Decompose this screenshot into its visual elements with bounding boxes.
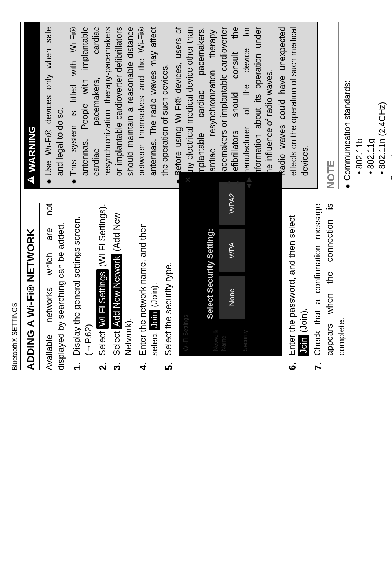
step-3: Select Add New Network (Add New Network)… bbox=[111, 204, 135, 371]
warning-body: Use Wi-Fi® devices only when safe and le… bbox=[40, 22, 317, 189]
section-title: ADDING A Wi-Fi® NETWORK bbox=[24, 204, 40, 371]
warning-title: WARNING bbox=[26, 126, 39, 173]
note-comm-3: 802.11n (2.4GHz) bbox=[377, 22, 388, 174]
steps-list-cont: Enter the password, and then select Join… bbox=[286, 204, 348, 371]
mock-wpa-button[interactable]: WPA bbox=[219, 229, 245, 272]
note-title: NOTE bbox=[324, 22, 339, 189]
top-rule bbox=[20, 22, 21, 370]
warning-bullet-3: Before using Wi-Fi® devices, users of an… bbox=[173, 27, 311, 184]
left-column: ADDING A Wi-Fi® NETWORK Available networ… bbox=[24, 204, 392, 371]
note-comm-2: 802.11g bbox=[365, 22, 377, 174]
note-security: Security: WPA™ WPA2™ bbox=[389, 22, 392, 189]
wifi-settings-pill: Wi-Fi Settings bbox=[96, 269, 108, 328]
step-4: Enter the network name, and then select … bbox=[137, 204, 161, 371]
step-5: Select the security type. bbox=[162, 204, 174, 371]
warning-bullet-3-tail: Radio waves could have unexpected effect… bbox=[276, 27, 311, 176]
security-dialog-screenshot: Wi-Fi Settings ✕ Network Name Security S… bbox=[179, 172, 282, 356]
mock-none-button[interactable]: None bbox=[219, 276, 245, 319]
mock-button-row: None WPA WPA2 bbox=[219, 182, 245, 319]
note-sec-label: Security: bbox=[389, 148, 392, 181]
mock-dialog-title: Select Security Setting: bbox=[205, 183, 216, 319]
note-comm-1: 802.11b bbox=[354, 22, 365, 174]
add-new-network-pill: Add New Network bbox=[111, 254, 122, 329]
step-7: Check that a confirmation message appear… bbox=[312, 204, 347, 371]
breadcrumb: Bluetooth® SETTINGS bbox=[11, 22, 19, 370]
step-6-post: (Join). bbox=[298, 308, 308, 335]
mock-header-faint: Wi-Fi Settings bbox=[182, 315, 190, 351]
note-comm-label: Communication standards: bbox=[342, 80, 352, 181]
warning-header: ! WARNING bbox=[24, 22, 40, 189]
join-pill-2: Join bbox=[298, 335, 309, 356]
steps-list: Display the general settings screen. (→P… bbox=[71, 204, 175, 371]
svg-text:!: ! bbox=[28, 179, 34, 181]
join-pill-1: Join bbox=[149, 310, 160, 330]
step-2-post: (Wi-Fi Settings). bbox=[97, 204, 107, 270]
warning-icon: ! bbox=[26, 175, 39, 185]
mock-network-name-label: Network Name bbox=[212, 330, 228, 351]
note-comm-standards: Communication standards: 802.11b 802.11g… bbox=[342, 22, 388, 189]
warning-bullet-3-main: Before using Wi-Fi® devices, users of an… bbox=[173, 27, 274, 176]
step-4-post: (Join). bbox=[149, 283, 159, 309]
step-2: Select Wi-Fi Settings (Wi-Fi Settings). bbox=[96, 204, 108, 371]
warning-bullet-1: Use Wi-Fi® devices only when safe and le… bbox=[43, 27, 66, 184]
step-6: Enter the password, and then select Join… bbox=[286, 204, 310, 371]
step-7-text: Check that a confirmation message appear… bbox=[312, 204, 346, 356]
note-list: Communication standards: 802.11b 802.11g… bbox=[342, 22, 392, 189]
intro-text: Available networks which are not display… bbox=[43, 204, 67, 371]
step-1: Display the general settings screen. (→P… bbox=[71, 204, 95, 371]
step-6-pre: Enter the password, and then select bbox=[287, 215, 297, 356]
warning-bullet-2: This system is fitted with Wi-Fi® antenn… bbox=[68, 27, 170, 184]
step-5-text: Select the security type. bbox=[163, 262, 173, 356]
right-column: ! WARNING Use Wi-Fi® devices only when s… bbox=[24, 22, 392, 189]
step-2-pre: Select bbox=[97, 329, 107, 356]
warning-box: ! WARNING Use Wi-Fi® devices only when s… bbox=[24, 22, 318, 189]
step-1-text: Display the general settings screen. (→P… bbox=[72, 216, 93, 356]
step-3-pre: Select bbox=[111, 329, 121, 356]
mock-security-label: Security bbox=[241, 330, 249, 351]
